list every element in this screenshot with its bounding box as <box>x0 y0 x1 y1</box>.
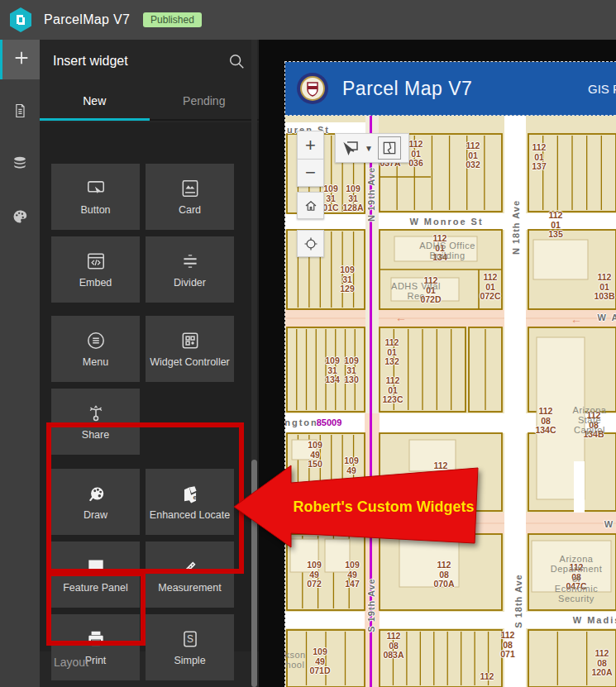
widget-print[interactable]: Print <box>51 614 140 680</box>
panel-tabs: NewPending <box>40 83 259 121</box>
map-widget-frame[interactable]: Parcel Map V7 GIS P 112 01 037A112 01 03… <box>285 62 616 687</box>
enhanced-locate-icon: e <box>179 481 201 506</box>
widget-embed[interactable]: Embed <box>51 236 140 303</box>
widget-simple[interactable]: SSimple <box>146 614 234 680</box>
insert-widget-panel: Insert widget NewPending ButtonCardEmbed… <box>40 40 259 687</box>
print-icon <box>85 627 107 651</box>
status-badge: Published <box>143 12 202 27</box>
widget-measurement[interactable]: Measurement <box>146 541 234 608</box>
card-icon <box>179 176 201 201</box>
sidebar-item-theme[interactable] <box>0 198 40 238</box>
layout-section-label: Layout <box>54 656 88 669</box>
panel-header: Insert widget <box>40 40 259 83</box>
measurement-icon <box>179 554 201 579</box>
widget-widget-controller[interactable]: Widget Controller <box>146 316 234 382</box>
svg-text:e: e <box>193 494 197 501</box>
map-canvas[interactable]: 112 01 037A112 01 036112 01 032112 01 13… <box>285 116 616 687</box>
zoom-out-button[interactable]: − <box>297 159 324 187</box>
share-icon <box>85 401 107 426</box>
data-icon <box>12 155 28 175</box>
theme-icon <box>12 208 28 228</box>
simple-icon: S <box>179 627 201 651</box>
select-by-rectangle-icon[interactable] <box>378 136 401 160</box>
sidebar-item-page[interactable] <box>0 93 40 132</box>
search-icon[interactable] <box>227 52 246 70</box>
map-app-header: Parcel Map V7 GIS P <box>285 62 616 116</box>
feature-panel-icon <box>85 554 107 579</box>
maricopa-county-seal <box>296 72 329 105</box>
page-icon <box>12 103 28 122</box>
widget-grid: ButtonCardEmbedDividerMenuWidget Control… <box>40 122 259 651</box>
widget-button[interactable]: Button <box>51 164 140 230</box>
widget-draw[interactable]: Draw <box>51 469 140 535</box>
tab-new[interactable]: New <box>40 83 150 119</box>
map-app-title: Parcel Map V7 <box>342 78 588 100</box>
zoom-in-button[interactable]: + <box>297 131 324 159</box>
draw-icon <box>85 481 107 506</box>
panel-scrollbar-thumb[interactable] <box>251 460 257 687</box>
tab-pending[interactable]: Pending <box>150 83 260 119</box>
home-icon[interactable] <box>297 192 324 219</box>
sidebar-item-data[interactable] <box>0 146 40 185</box>
selection-toolbar: ▼ <box>335 133 409 163</box>
plus-icon <box>12 49 31 70</box>
divider-icon <box>179 249 201 274</box>
widget-card[interactable]: Card <box>146 164 234 230</box>
widget-feature-panel[interactable]: Feature Panel <box>51 541 140 608</box>
experience-builder-logo <box>7 7 34 33</box>
tool-sidebar <box>0 40 40 687</box>
widget-share[interactable]: Share <box>51 389 140 455</box>
panel-title: Insert widget <box>53 54 227 69</box>
widget-menu[interactable]: Menu <box>51 316 140 382</box>
embed-icon <box>85 249 107 274</box>
app-title: ParcelMap V7 <box>44 12 130 27</box>
select-icon[interactable] <box>340 137 361 159</box>
app-top-bar: ParcelMap V7 Published <box>0 0 616 40</box>
basemap-parcels <box>285 116 616 687</box>
widget-controller-icon <box>179 328 201 353</box>
widget-enhanced-locate[interactable]: eEnhanced Locate <box>146 469 234 535</box>
caret-down-icon[interactable]: ▼ <box>365 144 373 153</box>
button-icon <box>85 176 107 201</box>
locate-icon[interactable] <box>297 230 324 257</box>
sidebar-item-insert[interactable] <box>0 40 40 79</box>
map-header-right-text: GIS P <box>588 82 616 96</box>
menu-icon <box>85 328 107 353</box>
widget-divider[interactable]: Divider <box>146 236 234 303</box>
svg-text:S: S <box>187 634 193 646</box>
